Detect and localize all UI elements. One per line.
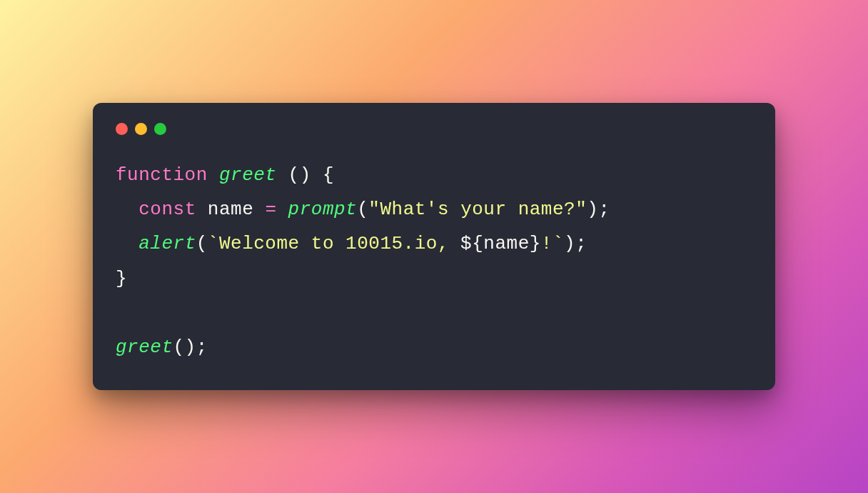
line-4: }	[116, 268, 127, 289]
open-brace: {	[323, 164, 334, 186]
traffic-lights	[116, 123, 752, 135]
close-paren: )	[564, 233, 575, 254]
window-close-icon[interactable]	[116, 123, 128, 135]
open-paren: (	[196, 233, 208, 254]
keyword-const: const	[138, 199, 196, 220]
close-brace: }	[116, 268, 127, 289]
keyword-function: function	[116, 164, 208, 186]
paren-group: ()	[288, 164, 311, 186]
line-5	[116, 302, 127, 324]
operator-equals: =	[265, 199, 276, 220]
indent	[116, 233, 138, 254]
template-literal: `Welcome to 10015.io, ${name}!`	[208, 233, 564, 254]
call-prompt: prompt	[288, 199, 358, 220]
function-name: greet	[219, 164, 277, 186]
line-6: greet();	[116, 337, 208, 358]
semicolon: ;	[196, 337, 208, 358]
call-greet: greet	[116, 337, 173, 358]
string-literal: "What's your name?"	[368, 199, 587, 220]
paren-group: ()	[173, 337, 196, 358]
semicolon: ;	[575, 233, 587, 254]
window-minimize-icon[interactable]	[135, 123, 147, 135]
indent	[116, 199, 138, 220]
interp-close: }	[530, 233, 541, 254]
code-block: function greet () { const name = prompt(…	[116, 158, 752, 364]
code-window: function greet () { const name = prompt(…	[93, 103, 775, 390]
line-1: function greet () {	[116, 164, 334, 186]
semicolon: ;	[598, 199, 610, 220]
interp-variable: name	[483, 233, 529, 254]
close-paren: )	[587, 199, 598, 220]
backtick-open: `	[208, 233, 219, 254]
window-maximize-icon[interactable]	[154, 123, 166, 135]
template-text: !	[541, 233, 552, 254]
line-2: const name = prompt("What's your name?")…	[116, 199, 610, 220]
line-3: alert(`Welcome to 10015.io, ${name}!`);	[116, 233, 587, 254]
open-paren: (	[357, 199, 368, 220]
identifier-name: name	[208, 199, 253, 220]
backtick-close: `	[552, 233, 564, 254]
interp-open: ${	[460, 233, 483, 254]
template-text: Welcome to 10015.io,	[219, 233, 460, 254]
call-alert: alert	[138, 233, 196, 254]
